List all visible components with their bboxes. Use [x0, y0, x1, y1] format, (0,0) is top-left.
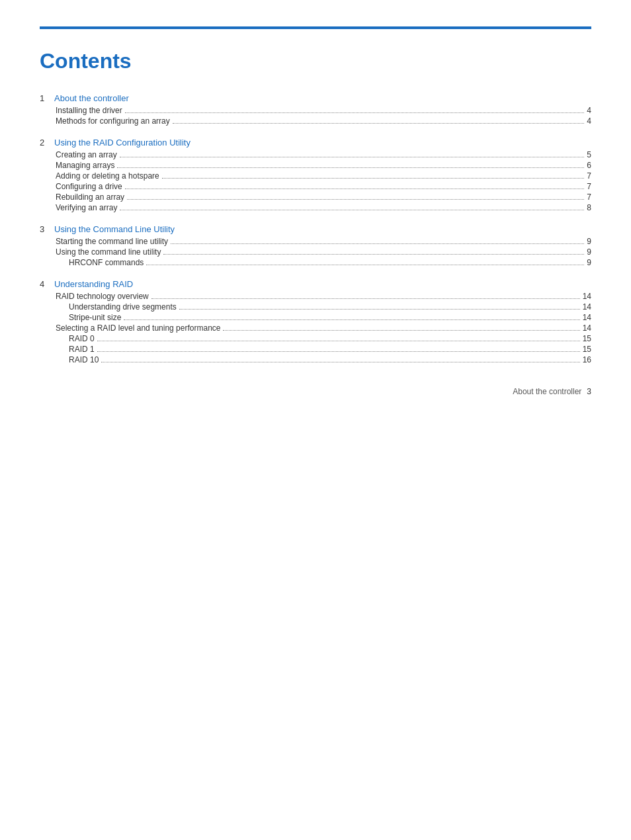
entry-label[interactable]: Methods for configuring an array: [56, 116, 170, 126]
section-title[interactable]: Using the RAID Configuration Utility: [54, 138, 190, 147]
entry-dots: [173, 123, 585, 124]
entry-label[interactable]: Managing arrays: [56, 161, 114, 170]
entry-dots: [120, 210, 584, 210]
list-item: Selecting a RAID level and tuning perfor…: [56, 323, 591, 333]
entry-page: 9: [587, 247, 591, 257]
list-item: Adding or deleting a hotspare7: [56, 171, 591, 181]
entry-page: 15: [583, 345, 591, 354]
list-item: RAID 015: [69, 334, 591, 343]
section-title[interactable]: Using the Command Line Utility: [54, 224, 175, 234]
entry-label[interactable]: Selecting a RAID level and tuning perfor…: [56, 323, 220, 333]
section-header: 2Using the RAID Configuration Utility: [40, 138, 591, 147]
list-item: Starting the command line utility9: [56, 237, 591, 246]
entry-label[interactable]: RAID 1: [69, 345, 95, 354]
toc-section: 4Understanding RAIDRAID technology overv…: [40, 279, 591, 364]
entry-label[interactable]: RAID 10: [69, 355, 99, 364]
entry-label[interactable]: RAID technology overview: [56, 292, 149, 301]
top-bar: [40, 26, 591, 29]
entry-dots: [127, 199, 584, 200]
entry-page: 5: [587, 150, 591, 159]
list-item: Rebuilding an array7: [56, 192, 591, 202]
toc-section: 1About the controllerInstalling the driv…: [40, 93, 591, 126]
entry-label[interactable]: RAID 0: [69, 334, 95, 343]
list-item: Using the command line utility9: [56, 247, 591, 257]
entry-page: 7: [587, 192, 591, 202]
entry-page: 7: [587, 171, 591, 181]
list-item: RAID technology overview14: [56, 292, 591, 301]
entry-dots: [97, 351, 580, 352]
entry-dots: [125, 112, 585, 113]
entry-label[interactable]: HRCONF commands: [69, 258, 144, 267]
entry-label[interactable]: Adding or deleting a hotspare: [56, 171, 159, 181]
section-title[interactable]: About the controller: [54, 93, 129, 103]
section-header: 1About the controller: [40, 93, 591, 103]
entry-page: 14: [583, 302, 591, 312]
entry-page: 8: [587, 203, 591, 212]
section-header: 4Understanding RAID: [40, 279, 591, 289]
entry-page: 7: [587, 182, 591, 191]
section-number: 1: [40, 93, 50, 103]
table-of-contents: 1About the controllerInstalling the driv…: [40, 93, 591, 364]
section-number: 2: [40, 138, 50, 147]
entry-dots: [163, 254, 584, 255]
entry-dots: [117, 167, 584, 168]
entry-page: 4: [587, 106, 591, 115]
entry-dots: [162, 178, 585, 179]
section-title[interactable]: Understanding RAID: [54, 279, 133, 289]
toc-section: 3Using the Command Line UtilityStarting …: [40, 224, 591, 267]
entry-page: 9: [587, 258, 591, 267]
entry-label[interactable]: Verifying an array: [56, 203, 117, 212]
list-item: Verifying an array8: [56, 203, 591, 212]
entry-dots: [171, 243, 584, 244]
entry-page: 4: [587, 116, 591, 126]
footer-page: 3: [587, 387, 591, 396]
list-item: Understanding drive segments14: [69, 302, 591, 312]
entry-dots: [120, 157, 585, 157]
toc-entries: Installing the driver4Methods for config…: [56, 106, 591, 126]
toc-entries: RAID technology overview14Understanding …: [56, 292, 591, 364]
section-number: 3: [40, 224, 50, 234]
entry-dots: [125, 189, 585, 189]
page-footer: About the controller 3: [513, 387, 591, 396]
entry-label[interactable]: Starting the command line utility: [56, 237, 168, 246]
entry-dots: [97, 341, 580, 341]
entry-label[interactable]: Understanding drive segments: [69, 302, 177, 312]
list-item: RAID 1016: [69, 355, 591, 364]
entry-label[interactable]: Creating an array: [56, 150, 117, 159]
page-title: Contents: [40, 49, 591, 73]
toc-entries: Starting the command line utility9Using …: [56, 237, 591, 267]
list-item: Creating an array5: [56, 150, 591, 159]
list-item: Methods for configuring an array4: [56, 116, 591, 126]
entry-label[interactable]: Installing the driver: [56, 106, 122, 115]
entry-label[interactable]: Rebuilding an array: [56, 192, 124, 202]
entry-dots: [101, 362, 579, 362]
entry-page: 14: [583, 323, 591, 333]
entry-label[interactable]: Using the command line utility: [56, 247, 161, 257]
entry-page: 6: [587, 161, 591, 170]
section-header: 3Using the Command Line Utility: [40, 224, 591, 234]
list-item: Installing the driver4: [56, 106, 591, 115]
list-item: Configuring a drive7: [56, 182, 591, 191]
list-item: RAID 115: [69, 345, 591, 354]
toc-section: 2Using the RAID Configuration UtilityCre…: [40, 138, 591, 212]
toc-entries: Creating an array5Managing arrays6Adding…: [56, 150, 591, 212]
entry-dots: [146, 265, 584, 265]
footer-label: About the controller: [513, 387, 581, 396]
list-item: HRCONF commands9: [69, 258, 591, 267]
entry-dots: [124, 319, 579, 320]
entry-label[interactable]: Configuring a drive: [56, 182, 122, 191]
entry-page: 14: [583, 292, 591, 301]
entry-dots: [223, 330, 579, 331]
entry-page: 9: [587, 237, 591, 246]
entry-dots: [151, 298, 580, 299]
list-item: Stripe-unit size14: [69, 313, 591, 322]
entry-page: 14: [583, 313, 591, 322]
list-item: Managing arrays6: [56, 161, 591, 170]
entry-label[interactable]: Stripe-unit size: [69, 313, 121, 322]
page-container: Contents 1About the controllerInstalling…: [0, 0, 631, 416]
entry-page: 15: [583, 334, 591, 343]
entry-page: 16: [583, 355, 591, 364]
entry-dots: [179, 309, 580, 310]
section-number: 4: [40, 279, 50, 289]
